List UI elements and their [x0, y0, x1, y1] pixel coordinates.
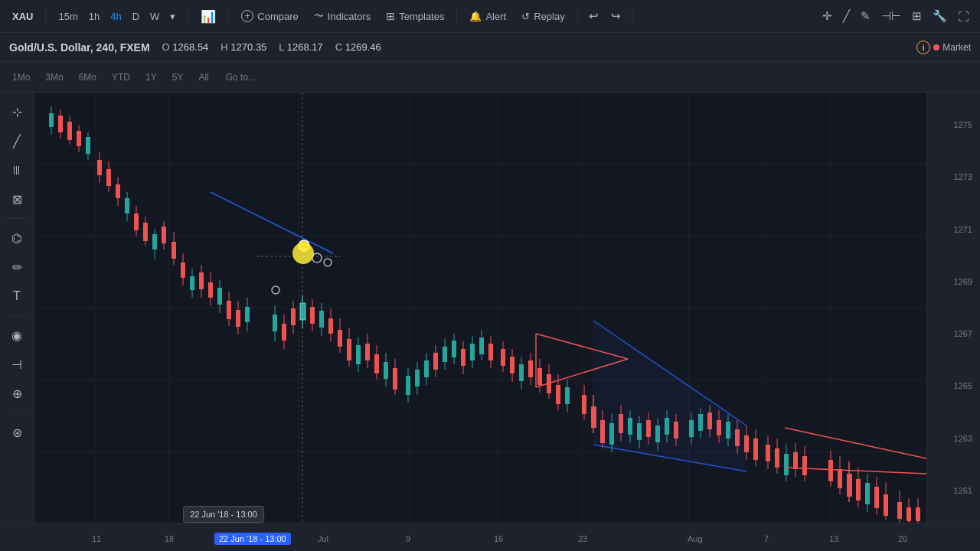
crosshair-tool[interactable]: ✛ [818, 5, 837, 28]
draw-fibonacci-tool[interactable]: ⌬ [4, 225, 30, 251]
svg-point-200 [272, 286, 279, 294]
draw-gann-tool[interactable]: ⊠ [4, 186, 30, 212]
svg-rect-59 [273, 315, 277, 331]
range-5y[interactable]: 5Y [166, 69, 190, 86]
zoom-tool[interactable]: ⊞ [907, 5, 926, 28]
svg-rect-37 [152, 234, 157, 249]
symbol-name[interactable]: Gold/U.S. Dollar, 240, FXEM [9, 41, 150, 54]
close-value: 1269.46 [345, 41, 381, 53]
price-label-5: 1267 [930, 329, 977, 338]
tf-15m[interactable]: 15m [54, 8, 82, 25]
symbol-search[interactable]: XAU [6, 8, 39, 25]
draw-brush-tool[interactable]: ✏ [4, 254, 30, 280]
draw-parallel-tool[interactable]: ⫼ [4, 157, 30, 183]
sep-1 [45, 7, 46, 25]
range-ytd[interactable]: YTD [106, 69, 136, 86]
cursor-tool[interactable]: ⊹ [4, 99, 30, 125]
svg-rect-105 [488, 344, 493, 360]
draw-zoom-tool[interactable]: ⊕ [4, 380, 30, 406]
tf-D[interactable]: D [128, 8, 144, 25]
time-label-11: 11 [92, 534, 101, 543]
tf-1h[interactable]: 1h [84, 8, 104, 25]
bar-style-button[interactable]: 📊 [194, 6, 222, 27]
svg-rect-45 [190, 276, 194, 290]
tf-4h[interactable]: 4h [106, 8, 126, 25]
lt-sep-1 [6, 218, 28, 219]
svg-rect-47 [199, 272, 204, 289]
range-6mo[interactable]: 6Mo [73, 69, 103, 86]
svg-rect-111 [519, 364, 524, 381]
tf-dropdown[interactable]: ▾ [165, 8, 180, 25]
svg-rect-93 [433, 353, 438, 370]
svg-rect-51 [217, 288, 222, 305]
fullscreen-tool[interactable]: ⛶ [953, 5, 974, 28]
chart-area[interactable]: 22 Jun '18 - 13:00 [34, 93, 926, 523]
svg-point-201 [299, 240, 309, 251]
pen-tool[interactable]: ✎ [856, 5, 875, 28]
svg-rect-57 [245, 307, 250, 322]
redo-button[interactable]: ↪ [606, 5, 626, 28]
price-label-2: 1273 [930, 172, 977, 181]
line-tool[interactable]: ╱ [838, 5, 854, 28]
left-drawing-toolbar: ⊹ ╱ ⫼ ⊠ ⌬ ✏ T ◉ ⊣ ⊕ ⊛ [0, 93, 34, 523]
ohlc-low: L 1268.17 [279, 41, 322, 53]
svg-rect-161 [766, 445, 770, 461]
svg-rect-25 [97, 160, 102, 175]
time-label-20: 20 [898, 534, 907, 543]
svg-point-202 [312, 253, 322, 262]
compare-button[interactable]: + Compare [235, 7, 304, 25]
svg-rect-89 [415, 370, 420, 386]
active-datetime-label: 22 Jun '18 - 13:00 [214, 533, 291, 545]
draw-shape-tool[interactable]: ◉ [4, 322, 30, 348]
high-value: 1270.35 [230, 41, 266, 53]
magnet-tool[interactable]: 🔧 [928, 5, 952, 28]
time-label-16: 16 [494, 534, 503, 543]
draw-magnet-tool[interactable]: ⊛ [4, 419, 30, 445]
svg-point-203 [324, 259, 332, 266]
draw-text-tool[interactable]: T [4, 283, 30, 309]
range-3mo[interactable]: 3Mo [39, 69, 69, 86]
indicators-button[interactable]: 〜 Indicators [308, 6, 377, 26]
alert-button[interactable]: 🔔 Alert [463, 8, 512, 25]
price-label-6: 1265 [930, 381, 977, 390]
svg-rect-83 [384, 362, 388, 379]
lt-sep-2 [6, 315, 28, 316]
svg-rect-61 [282, 324, 286, 341]
tf-W[interactable]: W [145, 8, 164, 25]
range-1mo[interactable]: 1Mo [6, 69, 36, 86]
indicators-icon: 〜 [314, 9, 324, 23]
svg-rect-85 [393, 368, 397, 390]
svg-rect-29 [116, 184, 120, 198]
svg-rect-179 [865, 483, 870, 504]
time-label-23: 23 [578, 534, 587, 543]
timerange-bar: 1Mo 3Mo 6Mo YTD 1Y 5Y All Go to... [0, 62, 980, 93]
replay-label: Replay [534, 11, 564, 22]
info-icon[interactable]: i [916, 41, 930, 54]
time-label-18: 18 [165, 534, 174, 543]
time-axis: 11 18 22 Jun '18 - 13:00 Jul 9 16 23 Aug… [0, 523, 980, 551]
measure-tool[interactable]: ⊣⊢ [877, 5, 906, 28]
alert-icon: 🔔 [469, 11, 482, 22]
templates-button[interactable]: ⊞ Templates [380, 7, 450, 25]
draw-measure-tool[interactable]: ⊣ [4, 351, 30, 377]
svg-rect-167 [793, 452, 798, 469]
timeframe-group: 15m 1h 4h D W ▾ [52, 8, 181, 25]
svg-rect-33 [134, 214, 139, 230]
svg-rect-17 [58, 116, 63, 132]
svg-rect-31 [125, 198, 129, 214]
undo-button[interactable]: ↩ [584, 5, 603, 28]
svg-rect-173 [838, 469, 842, 488]
svg-rect-183 [884, 494, 888, 516]
draw-line-tool[interactable]: ╱ [4, 128, 30, 154]
ohlc-open: O 1268.54 [162, 41, 209, 53]
ohlc-close: C 1269.46 [335, 41, 381, 53]
goto-button[interactable]: Go to... [218, 69, 263, 86]
svg-rect-23 [86, 137, 90, 154]
range-all[interactable]: All [192, 69, 214, 86]
svg-rect-175 [847, 474, 852, 497]
svg-rect-27 [106, 169, 111, 186]
chart-canvas [34, 93, 926, 523]
replay-button[interactable]: ↺ Replay [515, 8, 570, 25]
range-1y[interactable]: 1Y [139, 69, 163, 86]
svg-rect-69 [319, 311, 324, 328]
